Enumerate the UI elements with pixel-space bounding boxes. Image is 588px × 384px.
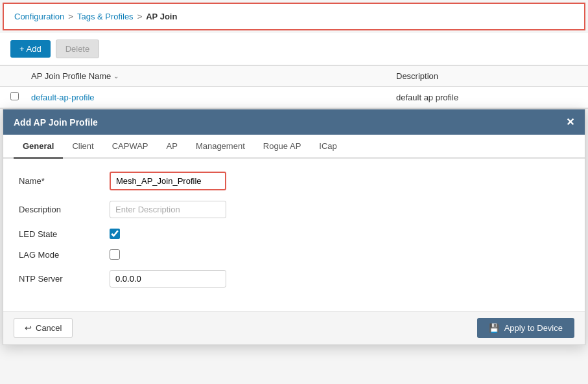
- led-state-label: LED State: [19, 229, 110, 239]
- cancel-icon: ↩: [25, 323, 32, 333]
- apply-to-device-button[interactable]: 💾 Apply to Device: [477, 318, 574, 338]
- breadcrumb-tags-profiles[interactable]: Tags & Profiles: [77, 12, 134, 21]
- tabs-bar: General Client CAPWAP AP Management Rogu…: [3, 135, 585, 159]
- table-header: AP Join Profile Name ⌄ Description: [0, 65, 588, 87]
- tab-capwap[interactable]: CAPWAP: [103, 135, 158, 159]
- toolbar: + Add Delete: [0, 33, 588, 65]
- form-row-description: Description: [19, 201, 569, 218]
- col-desc-header: Description: [396, 71, 578, 81]
- apply-label: Apply to Device: [504, 323, 563, 333]
- led-state-checkbox[interactable]: [110, 229, 120, 239]
- lag-mode-checkbox-wrapper: [110, 249, 120, 260]
- breadcrumb-configuration[interactable]: Configuration: [14, 12, 64, 21]
- tab-rogue-ap[interactable]: Rogue AP: [254, 135, 311, 159]
- form-row-led-state: LED State: [19, 229, 569, 239]
- tab-management[interactable]: Management: [187, 135, 254, 159]
- apply-icon: 💾: [489, 323, 499, 333]
- ntp-server-label: NTP Server: [19, 274, 110, 284]
- ntp-server-input[interactable]: [110, 270, 226, 288]
- breadcrumb-sep-2: >: [137, 12, 143, 21]
- description-input[interactable]: [110, 201, 226, 218]
- table-row: default-ap-profile default ap profile: [0, 87, 588, 108]
- breadcrumb-bar: Configuration > Tags & Profiles > AP Joi…: [3, 3, 585, 30]
- lag-mode-checkbox[interactable]: [110, 249, 120, 260]
- name-input[interactable]: [110, 172, 226, 190]
- tab-ap[interactable]: AP: [158, 135, 187, 159]
- row-profile-name[interactable]: default-ap-profile: [31, 93, 396, 102]
- row-select-checkbox[interactable]: [10, 92, 19, 100]
- description-label: Description: [19, 205, 110, 214]
- modal-footer: ↩ Cancel 💾 Apply to Device: [3, 311, 585, 344]
- row-description: default ap profile: [396, 93, 578, 102]
- lag-mode-label: LAG Mode: [19, 250, 110, 260]
- form-row-name: Name*: [19, 172, 569, 190]
- form-row-lag-mode: LAG Mode: [19, 249, 569, 260]
- tab-general[interactable]: General: [14, 135, 63, 159]
- delete-button: Delete: [56, 40, 100, 58]
- sort-icon[interactable]: ⌄: [113, 73, 119, 80]
- modal-title: Add AP Join Profile: [14, 117, 98, 128]
- add-ap-join-modal: Add AP Join Profile ✕ General Client CAP…: [3, 109, 585, 345]
- form-row-ntp-server: NTP Server: [19, 270, 569, 288]
- add-button[interactable]: + Add: [10, 40, 51, 58]
- cancel-label: Cancel: [36, 323, 62, 333]
- breadcrumb-ap-join: AP Join: [146, 12, 177, 21]
- modal-header: Add AP Join Profile ✕: [3, 109, 585, 135]
- row-checkbox[interactable]: [10, 92, 31, 102]
- breadcrumb-sep-1: >: [68, 12, 73, 21]
- tab-icap[interactable]: ICap: [310, 135, 346, 159]
- name-label: Name*: [19, 176, 110, 186]
- col-name-header: AP Join Profile Name ⌄: [31, 71, 396, 81]
- form-body: Name* Description LED State LAG Mode NTP…: [3, 159, 585, 311]
- cancel-button[interactable]: ↩ Cancel: [14, 318, 73, 338]
- led-state-checkbox-wrapper: [110, 229, 120, 239]
- modal-close-button[interactable]: ✕: [566, 116, 574, 128]
- tab-client[interactable]: Client: [63, 135, 102, 159]
- ap-join-table: AP Join Profile Name ⌄ Description defau…: [0, 65, 588, 109]
